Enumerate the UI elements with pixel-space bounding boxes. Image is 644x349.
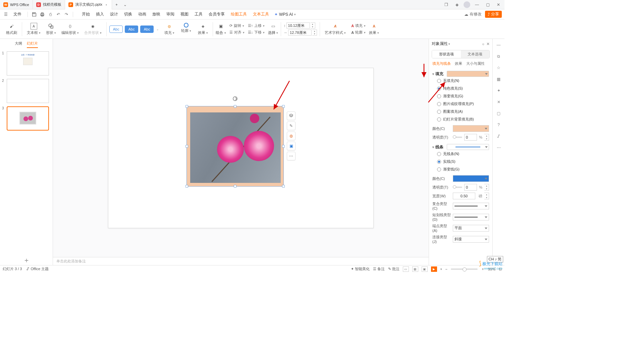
tab-review[interactable]: 审阅 — [166, 10, 175, 18]
undo-icon[interactable]: ↶ — [55, 11, 61, 17]
style-abc-3[interactable]: Abc — [140, 26, 154, 33]
resize-handle[interactable] — [185, 145, 188, 148]
tab-text-tools[interactable]: 文本工具 — [252, 10, 270, 18]
notes-input[interactable]: 单击此处添加备注 — [53, 257, 429, 265]
textbox-button[interactable]: A文本框 ▾ — [25, 23, 43, 35]
menu-hamburger-icon[interactable]: ☰ — [3, 11, 9, 17]
line-join-select[interactable]: 斜接 — [453, 236, 489, 243]
rail-grid-icon[interactable]: ▦ — [495, 76, 502, 83]
fill-opt-slidebg[interactable]: 幻灯片背景填充(B) — [432, 115, 489, 123]
rotate-handle[interactable] — [233, 96, 237, 101]
subtab-effect[interactable]: 效果 — [455, 61, 462, 66]
save-icon[interactable] — [31, 11, 37, 17]
file-menu[interactable]: 文件 — [11, 11, 24, 17]
theme-indicator[interactable]: ᔑ Office 主题 — [26, 266, 49, 271]
resize-handle[interactable] — [234, 185, 236, 188]
effect-button[interactable]: ◈效果 ▾ — [196, 23, 210, 35]
panel-close-icon[interactable]: ✕ — [486, 42, 490, 46]
rotate-button[interactable]: ⟳ 旋转 ▾ — [229, 23, 245, 29]
line-sample-swatch[interactable] — [447, 144, 489, 150]
height-input[interactable]: 10.12厘米 — [286, 22, 310, 29]
tab-start[interactable]: 开始 — [81, 10, 91, 18]
minimize-button[interactable]: — — [473, 1, 481, 9]
view-sorter-icon[interactable]: ▦ — [412, 266, 418, 272]
thumb-2[interactable]: 2 — [2, 79, 51, 103]
tab-slideshow[interactable]: 放映 — [152, 10, 161, 18]
line-opt-solid[interactable]: 实线(S) — [432, 158, 489, 165]
seg-shape-options[interactable]: 形状选项 — [432, 50, 461, 58]
tab-tools[interactable]: 工具 — [194, 10, 203, 18]
line-transparency-slider[interactable] — [453, 187, 462, 188]
style-gallery[interactable]: Abc Abc Abc ⌄ — [109, 26, 159, 33]
outline-button[interactable]: 轮廓 ▾ — [179, 23, 193, 35]
view-normal-icon[interactable]: ▭ — [403, 266, 409, 272]
line-dash-select[interactable] — [453, 214, 489, 220]
fill-color-picker[interactable] — [453, 125, 489, 132]
fill-opt-solid[interactable]: 纯色填充(S) — [432, 85, 489, 92]
share-button[interactable]: ⤴ 分享 — [485, 11, 502, 18]
group-button[interactable]: ▣组合 ▾ — [216, 23, 226, 36]
tab-transition[interactable]: 切换 — [123, 10, 133, 18]
shape-button[interactable]: 形状 ▾ — [44, 23, 58, 35]
fill-opt-gradient[interactable]: 渐变填充(G) — [432, 92, 489, 100]
rail-star-icon[interactable]: ☆ — [495, 64, 502, 71]
tab-design[interactable]: 设计 — [109, 10, 119, 18]
close-button[interactable]: ✕ — [494, 1, 502, 9]
tab-drawing-tools[interactable]: 绘图工具 — [230, 10, 248, 18]
view-reading-icon[interactable]: ▣ — [422, 266, 428, 272]
merge-shape-button[interactable]: ◉合并形状 ▾ — [82, 23, 104, 35]
text-effect-button[interactable]: A效果 ▾ — [367, 23, 381, 35]
outline-tab-outline[interactable]: 大纲 — [15, 41, 22, 48]
pin-icon[interactable]: ⟐ — [482, 42, 484, 46]
fill-transparency-input[interactable]: 0 — [464, 134, 477, 141]
notes-toggle[interactable]: ☰ 备注 — [373, 266, 385, 271]
fill-opt-none[interactable]: 无填充(N) — [432, 77, 489, 85]
tab-list-icon[interactable]: ⌄ — [121, 1, 129, 9]
resize-handle[interactable] — [185, 105, 188, 108]
avatar-icon[interactable] — [464, 1, 470, 8]
fill-opt-picture[interactable]: 图片或纹理填充(P) — [432, 100, 489, 108]
line-width-input[interactable]: 0.50 — [453, 193, 475, 199]
edit-shape-button[interactable]: ⟨⟩编辑形状 ▾ — [59, 23, 81, 35]
outline-tab-slides[interactable]: 幻灯片 — [27, 41, 38, 48]
subtab-fill-line[interactable]: 填充与线条 — [432, 61, 451, 66]
select-button[interactable]: ▭选择 ▾ — [268, 23, 278, 36]
fill-color-swatch[interactable] — [447, 71, 489, 77]
resize-handle[interactable] — [185, 185, 188, 188]
image-icon[interactable]: ▣ — [287, 142, 296, 150]
chevron-down-icon[interactable]: ▾ — [432, 145, 434, 149]
move-up-button[interactable]: ☰↑ 上移 ▾ — [248, 23, 265, 29]
tab-vip[interactable]: 会员专享 — [208, 10, 225, 18]
comments-toggle[interactable]: ✎ 批注 — [388, 266, 399, 271]
unsaved-indicator[interactable]: ☁ 有修改 — [464, 11, 482, 17]
width-input[interactable]: 12.78厘米 — [288, 30, 312, 36]
tab-view[interactable]: 视图 — [180, 10, 189, 18]
selected-shape[interactable]: ✎ ◍ ▣ ⋯ — [186, 106, 284, 187]
align-button[interactable]: ☰ 对齐 ▾ — [229, 30, 245, 36]
wordart-style-button[interactable]: A艺术字样式 ▾ — [323, 23, 348, 35]
print-icon[interactable] — [39, 11, 45, 17]
line-opt-none[interactable]: 无线条(N) — [432, 150, 489, 158]
layers-icon[interactable] — [287, 111, 296, 120]
redo-icon[interactable]: ↷ — [63, 11, 69, 17]
resize-handle[interactable] — [282, 145, 285, 148]
line-opt-gradient[interactable]: 渐变线(G) — [432, 165, 489, 173]
rail-sparkle-icon[interactable]: ✦ — [495, 87, 502, 94]
workspace-icon[interactable]: ❐ — [442, 1, 450, 9]
line-color-picker[interactable] — [453, 175, 489, 182]
format-painter-button[interactable]: 🖌格式刷 — [4, 23, 19, 35]
more-icon[interactable]: ⋯ — [287, 152, 296, 160]
fill-color-icon[interactable]: ◍ — [287, 132, 296, 140]
line-cap-select[interactable]: 平面 — [453, 225, 489, 232]
seg-text-options[interactable]: 文本选项 — [461, 50, 490, 58]
fill-button[interactable]: ◍填充 ▾ — [162, 23, 176, 35]
rail-image-icon[interactable]: ▢ — [495, 110, 502, 117]
thumb-1[interactable]: 1这是一个页面标题 — [2, 51, 51, 76]
rail-settings-icon[interactable]: ⧉ — [495, 53, 502, 60]
line-compound-select[interactable] — [453, 203, 489, 209]
resize-handle[interactable] — [282, 185, 285, 188]
cube-icon[interactable]: ◈ — [453, 1, 461, 9]
text-outline-button[interactable]: A 轮廓 ▾ — [351, 30, 366, 36]
thumb-3[interactable]: 3 — [2, 106, 51, 131]
print-preview-icon[interactable]: ⎙ — [47, 11, 53, 17]
